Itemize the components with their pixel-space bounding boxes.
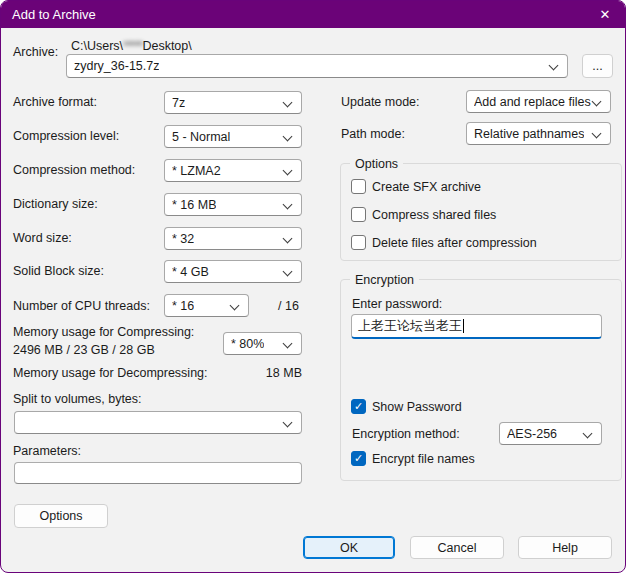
compression-level-combobox[interactable]: 5 - Normal bbox=[164, 125, 302, 148]
chevron-down-icon[interactable] bbox=[282, 97, 294, 109]
window-title: Add to Archive bbox=[1, 7, 96, 22]
split-volumes-combobox[interactable] bbox=[14, 411, 302, 434]
encrypt-file-names-label[interactable]: Encrypt file names bbox=[372, 450, 475, 468]
help-button[interactable]: Help bbox=[518, 536, 612, 559]
browse-button[interactable]: ... bbox=[582, 54, 613, 78]
memory-decompressing-value: 18 MB bbox=[240, 364, 302, 382]
archive-format-value: 7z bbox=[172, 96, 185, 110]
word-size-label: Word size: bbox=[13, 229, 72, 247]
update-mode-combobox[interactable]: Add and replace files bbox=[466, 90, 611, 113]
chevron-down-icon[interactable] bbox=[282, 266, 294, 278]
archive-path-redacted: ***** bbox=[123, 39, 142, 53]
archive-path-suffix: Desktop\ bbox=[142, 39, 191, 53]
archive-path: C:\Users\*****Desktop\ bbox=[71, 37, 192, 55]
path-mode-label: Path mode: bbox=[341, 125, 405, 143]
chevron-down-icon[interactable] bbox=[591, 128, 603, 140]
cancel-button[interactable]: Cancel bbox=[410, 536, 504, 559]
update-mode-label: Update mode: bbox=[341, 93, 420, 111]
options-button-label: Options bbox=[39, 509, 82, 523]
compress-shared-label[interactable]: Compress shared files bbox=[372, 206, 496, 224]
compression-method-label: Compression method: bbox=[13, 161, 135, 179]
path-mode-combobox[interactable]: Relative pathnames bbox=[466, 122, 611, 145]
archive-path-prefix: C:\Users\ bbox=[71, 39, 123, 53]
compression-method-value: * LZMA2 bbox=[172, 164, 221, 178]
check-icon: ✓ bbox=[354, 401, 363, 412]
solid-block-size-label: Solid Block size: bbox=[13, 262, 104, 280]
encryption-method-label: Encryption method: bbox=[352, 425, 460, 443]
delete-after-label[interactable]: Delete files after compression bbox=[372, 234, 537, 252]
cancel-button-label: Cancel bbox=[438, 541, 477, 555]
chevron-down-icon[interactable] bbox=[282, 199, 294, 211]
memory-compressing-label: Memory usage for Compressing: bbox=[13, 323, 194, 341]
encrypt-file-names-checkbox[interactable]: ✓ bbox=[351, 451, 366, 466]
memory-compressing-detail: 2496 MB / 23 GB / 28 GB bbox=[13, 341, 155, 359]
memory-compressing-combobox[interactable]: * 80% bbox=[223, 332, 302, 355]
encryption-group-title: Encryption bbox=[350, 271, 419, 289]
dictionary-size-value: * 16 MB bbox=[172, 198, 216, 212]
chevron-down-icon[interactable] bbox=[591, 96, 603, 108]
compress-shared-checkbox[interactable]: ✓ bbox=[351, 207, 366, 222]
chevron-down-icon[interactable] bbox=[548, 60, 560, 72]
dictionary-size-label: Dictionary size: bbox=[13, 195, 98, 213]
memory-compressing-value: * 80% bbox=[231, 337, 264, 351]
help-button-label: Help bbox=[552, 541, 578, 555]
chevron-down-icon[interactable] bbox=[282, 417, 294, 429]
archive-format-combobox[interactable]: 7z bbox=[164, 91, 302, 114]
chevron-down-icon[interactable] bbox=[229, 300, 241, 312]
compression-level-label: Compression level: bbox=[13, 127, 119, 145]
options-group-title: Options bbox=[350, 155, 403, 173]
chevron-down-icon[interactable] bbox=[282, 165, 294, 177]
encryption-method-combobox[interactable]: AES-256 bbox=[499, 422, 602, 445]
word-size-value: * 32 bbox=[172, 232, 194, 246]
ok-button[interactable]: OK bbox=[303, 536, 395, 559]
delete-after-checkbox[interactable]: ✓ bbox=[351, 235, 366, 250]
cpu-threads-label: Number of CPU threads: bbox=[13, 297, 150, 315]
memory-decompressing-label: Memory usage for Decompressing: bbox=[13, 364, 208, 382]
parameters-input[interactable] bbox=[14, 462, 302, 484]
solid-block-size-combobox[interactable]: * 4 GB bbox=[164, 260, 302, 283]
solid-block-size-value: * 4 GB bbox=[172, 265, 209, 279]
update-mode-value: Add and replace files bbox=[474, 95, 591, 109]
word-size-combobox[interactable]: * 32 bbox=[164, 227, 302, 250]
dictionary-size-combobox[interactable]: * 16 MB bbox=[164, 193, 302, 216]
enter-password-label: Enter password: bbox=[352, 295, 442, 313]
create-sfx-label[interactable]: Create SFX archive bbox=[372, 178, 481, 196]
split-volumes-label: Split to volumes, bytes: bbox=[13, 390, 142, 408]
password-input[interactable]: 上老王论坛当老王 bbox=[351, 314, 602, 339]
close-button[interactable]: ✕ bbox=[585, 1, 625, 28]
cpu-threads-total: / 16 bbox=[278, 297, 299, 315]
cpu-threads-value: * 16 bbox=[172, 299, 194, 313]
chevron-down-icon[interactable] bbox=[282, 233, 294, 245]
archive-filename: zydry_36-15.7z bbox=[74, 59, 159, 73]
add-to-archive-dialog: Add to Archive ✕ Archive: C:\Users\*****… bbox=[0, 0, 626, 573]
browse-button-label: ... bbox=[592, 59, 602, 73]
chevron-down-icon[interactable] bbox=[282, 338, 294, 350]
close-icon: ✕ bbox=[600, 7, 611, 22]
path-mode-value: Relative pathnames bbox=[474, 127, 584, 141]
show-password-label[interactable]: Show Password bbox=[372, 398, 462, 416]
archive-name-combobox[interactable]: zydry_36-15.7z bbox=[66, 54, 568, 78]
create-sfx-checkbox[interactable]: ✓ bbox=[351, 179, 366, 194]
archive-label: Archive: bbox=[13, 43, 58, 61]
title-bar[interactable]: Add to Archive bbox=[1, 1, 625, 28]
parameters-label: Parameters: bbox=[13, 442, 81, 460]
chevron-down-icon[interactable] bbox=[282, 131, 294, 143]
show-password-checkbox[interactable]: ✓ bbox=[351, 399, 366, 414]
archive-format-label: Archive format: bbox=[13, 93, 97, 111]
cpu-threads-combobox[interactable]: * 16 bbox=[164, 294, 249, 317]
text-cursor-caret bbox=[463, 319, 464, 333]
options-button[interactable]: Options bbox=[14, 504, 108, 528]
ok-button-label: OK bbox=[340, 541, 358, 555]
encryption-method-value: AES-256 bbox=[507, 427, 557, 441]
check-icon: ✓ bbox=[354, 453, 363, 464]
compression-level-value: 5 - Normal bbox=[172, 130, 230, 144]
compression-method-combobox[interactable]: * LZMA2 bbox=[164, 159, 302, 182]
chevron-down-icon[interactable] bbox=[582, 428, 594, 440]
password-value: 上老王论坛当老王 bbox=[358, 317, 462, 335]
